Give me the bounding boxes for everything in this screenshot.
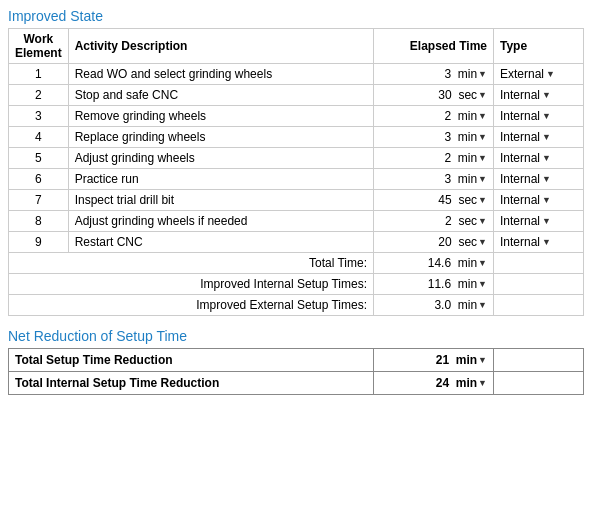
type-dropdown[interactable]: Internal ▼ (500, 172, 551, 186)
type-dropdown-arrow[interactable]: ▼ (542, 153, 551, 163)
type-dropdown-arrow[interactable]: ▼ (542, 132, 551, 142)
time-value: 3 (444, 172, 451, 186)
unit-dropdown-arrow[interactable]: ▼ (478, 132, 487, 142)
table-row: 1 Read WO and select grinding wheels 3 m… (9, 64, 584, 85)
type-dropdown[interactable]: Internal ▼ (500, 88, 551, 102)
unit-selector[interactable]: sec ▼ (458, 88, 487, 102)
unit-dropdown-arrow[interactable]: ▼ (478, 216, 487, 226)
type-dropdown[interactable]: Internal ▼ (500, 235, 551, 249)
net-unit-arrow[interactable]: ▼ (478, 378, 487, 388)
net-value: 24 (436, 376, 449, 390)
summary-unit-selector[interactable]: min ▼ (458, 256, 487, 270)
type-dropdown[interactable]: Internal ▼ (500, 151, 551, 165)
type-dropdown-arrow[interactable]: ▼ (542, 237, 551, 247)
type-value: Internal (500, 109, 540, 123)
type-dropdown[interactable]: Internal ▼ (500, 109, 551, 123)
activity-description: Practice run (68, 169, 373, 190)
type-cell: Internal ▼ (494, 148, 584, 169)
work-element-num: 2 (9, 85, 69, 106)
work-element-num: 7 (9, 190, 69, 211)
time-value: 3 (444, 67, 451, 81)
unit-selector[interactable]: min ▼ (458, 172, 487, 186)
net-row-empty (494, 372, 584, 395)
unit-selector[interactable]: sec ▼ (458, 193, 487, 207)
type-cell: Internal ▼ (494, 169, 584, 190)
type-dropdown[interactable]: Internal ▼ (500, 130, 551, 144)
unit-dropdown-arrow[interactable]: ▼ (478, 90, 487, 100)
net-row-value: 21 min ▼ (374, 349, 494, 372)
work-element-num: 8 (9, 211, 69, 232)
unit-text: min (458, 172, 477, 186)
type-value: External (500, 67, 544, 81)
unit-dropdown-arrow[interactable]: ▼ (478, 195, 487, 205)
elapsed-time-cell: 20 sec ▼ (374, 232, 494, 253)
summary-unit-text: min (458, 277, 477, 291)
type-dropdown[interactable]: Internal ▼ (500, 193, 551, 207)
net-reduction-row: Total Internal Setup Time Reduction 24 m… (9, 372, 584, 395)
unit-selector[interactable]: min ▼ (458, 109, 487, 123)
unit-dropdown-arrow[interactable]: ▼ (478, 174, 487, 184)
elapsed-time-cell: 3 min ▼ (374, 127, 494, 148)
unit-dropdown-arrow[interactable]: ▼ (478, 153, 487, 163)
unit-selector[interactable]: min ▼ (458, 151, 487, 165)
header-type: Type (494, 29, 584, 64)
activity-description: Adjust grinding wheels (68, 148, 373, 169)
activity-description: Read WO and select grinding wheels (68, 64, 373, 85)
work-element-num: 1 (9, 64, 69, 85)
elapsed-time-cell: 45 sec ▼ (374, 190, 494, 211)
improved-state-title: Improved State (8, 8, 584, 24)
work-element-num: 5 (9, 148, 69, 169)
time-value: 3 (444, 130, 451, 144)
time-value: 30 (438, 88, 451, 102)
time-value: 2 (444, 109, 451, 123)
summary-value: 3.0 min ▼ (374, 295, 494, 316)
unit-selector[interactable]: min ▼ (458, 130, 487, 144)
net-unit-selector[interactable]: min ▼ (456, 376, 487, 390)
table-row: 3 Remove grinding wheels 2 min ▼ Interna… (9, 106, 584, 127)
unit-dropdown-arrow[interactable]: ▼ (478, 111, 487, 121)
type-dropdown-arrow[interactable]: ▼ (542, 111, 551, 121)
summary-type-empty (494, 274, 584, 295)
unit-selector[interactable]: sec ▼ (458, 214, 487, 228)
summary-unit-selector[interactable]: min ▼ (458, 277, 487, 291)
summary-row: Improved External Setup Times: 3.0 min ▼ (9, 295, 584, 316)
summary-row: Total Time: 14.6 min ▼ (9, 253, 584, 274)
type-dropdown-arrow[interactable]: ▼ (542, 90, 551, 100)
activity-description: Restart CNC (68, 232, 373, 253)
summary-unit-arrow[interactable]: ▼ (478, 258, 487, 268)
summary-label: Total Time: (9, 253, 374, 274)
summary-label: Improved Internal Setup Times: (9, 274, 374, 295)
net-unit-arrow[interactable]: ▼ (478, 355, 487, 365)
elapsed-time-cell: 3 min ▼ (374, 64, 494, 85)
elapsed-time-cell: 30 sec ▼ (374, 85, 494, 106)
net-row-label: Total Internal Setup Time Reduction (9, 372, 374, 395)
net-unit-selector[interactable]: min ▼ (456, 353, 487, 367)
summary-unit-arrow[interactable]: ▼ (478, 300, 487, 310)
table-row: 9 Restart CNC 20 sec ▼ Internal ▼ (9, 232, 584, 253)
unit-text: sec (458, 88, 477, 102)
type-dropdown-arrow[interactable]: ▼ (542, 216, 551, 226)
summary-unit-arrow[interactable]: ▼ (478, 279, 487, 289)
unit-text: sec (458, 214, 477, 228)
type-dropdown-arrow[interactable]: ▼ (542, 195, 551, 205)
activity-description: Stop and safe CNC (68, 85, 373, 106)
unit-dropdown-arrow[interactable]: ▼ (478, 69, 487, 79)
summary-unit-text: min (458, 298, 477, 312)
unit-selector[interactable]: min ▼ (458, 67, 487, 81)
type-dropdown-arrow[interactable]: ▼ (542, 174, 551, 184)
table-row: 6 Practice run 3 min ▼ Internal ▼ (9, 169, 584, 190)
elapsed-time-cell: 3 min ▼ (374, 169, 494, 190)
type-dropdown[interactable]: Internal ▼ (500, 214, 551, 228)
activity-description: Inspect trial drill bit (68, 190, 373, 211)
summary-unit-selector[interactable]: min ▼ (458, 298, 487, 312)
type-dropdown[interactable]: External ▼ (500, 67, 555, 81)
type-cell: Internal ▼ (494, 190, 584, 211)
net-reduction-row: Total Setup Time Reduction 21 min ▼ (9, 349, 584, 372)
unit-dropdown-arrow[interactable]: ▼ (478, 237, 487, 247)
time-value: 2 (444, 151, 451, 165)
table-row: 2 Stop and safe CNC 30 sec ▼ Internal ▼ (9, 85, 584, 106)
header-work-element: WorkElement (9, 29, 69, 64)
unit-selector[interactable]: sec ▼ (458, 235, 487, 249)
net-reduction-title: Net Reduction of Setup Time (8, 328, 584, 344)
type-dropdown-arrow[interactable]: ▼ (546, 69, 555, 79)
